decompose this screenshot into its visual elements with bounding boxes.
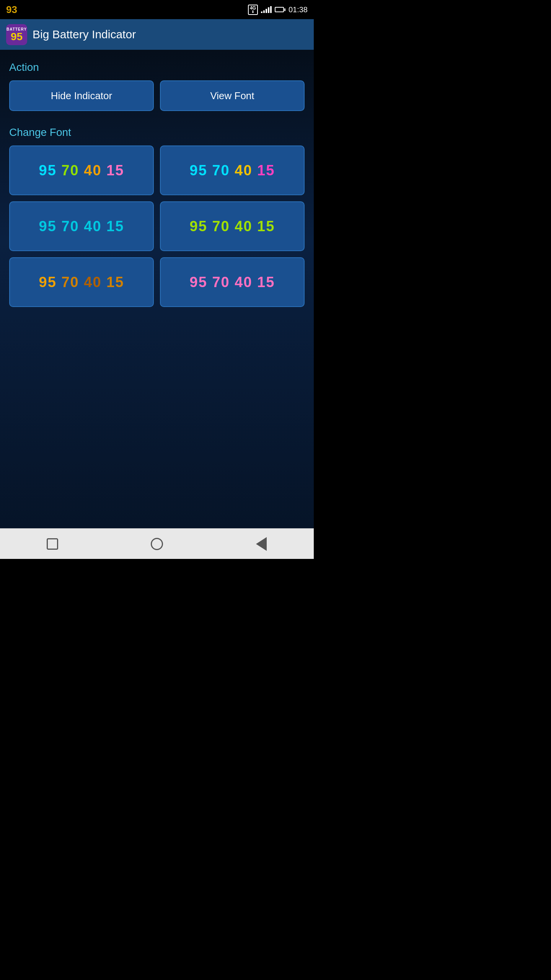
network-4g-icon: 4G ⬇ xyxy=(248,5,258,15)
font-card-6-text: 95 70 40 15 xyxy=(190,274,275,291)
change-font-section: Change Font 95 70 40 15 95 70 40 15 95 7… xyxy=(9,126,305,307)
font-card-1[interactable]: 95 70 40 15 xyxy=(9,145,154,195)
app-title: Big Battery Indicator xyxy=(33,28,136,41)
font-card-4-text: 95 70 40 15 xyxy=(190,218,275,235)
action-section: Action Hide Indicator View Font xyxy=(9,61,305,111)
font-card-4[interactable]: 95 70 40 15 xyxy=(160,201,305,251)
home-icon xyxy=(151,538,163,550)
font-card-2[interactable]: 95 70 40 15 xyxy=(160,145,305,195)
action-buttons: Hide Indicator View Font xyxy=(9,80,305,111)
status-time: 01:38 xyxy=(289,5,308,14)
action-section-label: Action xyxy=(9,61,305,74)
change-font-label: Change Font xyxy=(9,126,305,139)
view-font-button[interactable]: View Font xyxy=(160,80,305,111)
app-icon: BATTERY 95 xyxy=(6,24,27,45)
recent-apps-button[interactable] xyxy=(43,534,62,554)
hide-indicator-button[interactable]: Hide Indicator xyxy=(9,80,154,111)
battery-icon xyxy=(275,7,285,12)
status-battery-percent: 93 xyxy=(6,4,17,16)
status-right-icons: 4G ⬇ 01:38 xyxy=(248,5,308,15)
font-card-5[interactable]: 95 70 40 15 xyxy=(9,257,154,307)
font-grid: 95 70 40 15 95 70 40 15 95 70 40 15 95 7… xyxy=(9,145,305,307)
recent-apps-icon xyxy=(47,538,58,550)
back-icon xyxy=(256,537,267,551)
home-button[interactable] xyxy=(147,534,166,554)
font-card-6[interactable]: 95 70 40 15 xyxy=(160,257,305,307)
font-card-3[interactable]: 95 70 40 15 xyxy=(9,201,154,251)
bottom-nav xyxy=(0,528,314,559)
main-content: Action Hide Indicator View Font Change F… xyxy=(0,50,314,528)
status-bar: 93 4G ⬇ 01:38 xyxy=(0,0,314,19)
font-card-3-text: 95 70 40 15 xyxy=(39,218,124,235)
signal-strength-icon xyxy=(261,6,272,13)
font-card-2-text: 95 70 40 15 xyxy=(190,162,275,179)
app-icon-number: 95 xyxy=(11,31,23,42)
back-button[interactable] xyxy=(252,534,271,554)
font-card-5-text: 95 70 40 15 xyxy=(39,274,124,291)
app-header: BATTERY 95 Big Battery Indicator xyxy=(0,19,314,50)
font-card-1-text: 95 70 40 15 xyxy=(39,162,124,179)
